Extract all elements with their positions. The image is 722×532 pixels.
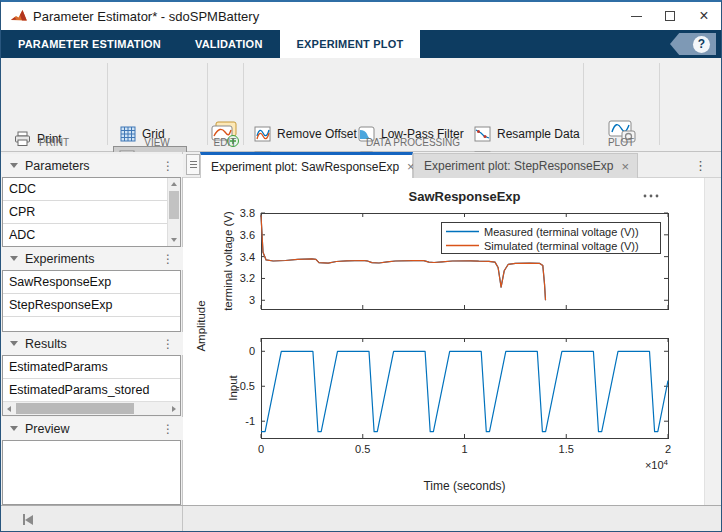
subplot-ylabel: Input <box>227 374 239 400</box>
plot-options-icon[interactable] <box>644 195 659 198</box>
section-label-data-processing: DATA PROCESSING <box>243 137 583 148</box>
tab-parameter-estimation[interactable]: PARAMETER ESTIMATION <box>1 30 178 58</box>
results-list: EstimatedParams EstimatedParams_stored <box>2 355 181 416</box>
section-label-edit: EDIT <box>207 137 243 148</box>
doc-tab-stepresponseexp[interactable]: Experiment plot: StepResponseExp × <box>413 153 638 178</box>
plot-legend[interactable]: Measured (terminal voltage (V))Simulated… <box>442 223 661 254</box>
y-tick-label: 3.2 <box>240 272 255 284</box>
scroll-right-icon[interactable] <box>168 402 180 415</box>
section-label-plot: PLOT <box>583 137 659 148</box>
section-divider <box>659 63 660 145</box>
list-item[interactable]: ADC <box>3 224 168 247</box>
collapse-triangle-icon <box>10 163 18 168</box>
experiment-plot-canvas: SawResponseExpAmplitude33.23.43.63.8term… <box>183 178 704 505</box>
close-button[interactable]: × <box>687 2 721 30</box>
y-tick-label: 3.6 <box>240 229 255 241</box>
parameters-scrollbar[interactable] <box>167 178 180 246</box>
preview-box <box>2 440 181 505</box>
section-divider <box>243 63 244 145</box>
maximize-icon <box>665 11 675 21</box>
subplot-ylabel: terminal voltage (V) <box>222 211 234 311</box>
collapse-triangle-icon <box>10 341 18 346</box>
scroll-down-icon[interactable] <box>168 234 180 246</box>
plot-title: SawResponseExp <box>409 189 521 204</box>
close-tab-icon[interactable]: × <box>621 159 629 174</box>
doc-tab-label: Experiment plot: StepResponseExp <box>424 159 613 173</box>
document-tab-bar: Experiment plot: SawResponseExp × Experi… <box>183 152 721 178</box>
parameters-panel-title: Parameters <box>25 159 90 173</box>
experiments-panel-header[interactable]: Experiments ⋮ <box>1 247 183 270</box>
list-item[interactable]: StepResponseExp <box>3 294 180 317</box>
figure-ylabel: Amplitude <box>195 300 207 351</box>
preview-panel-header[interactable]: Preview ⋮ <box>1 417 183 440</box>
list-item[interactable]: EstimatedParams <box>3 356 180 379</box>
y-tick-label: 3.4 <box>240 251 255 263</box>
collapse-triangle-icon <box>10 426 18 431</box>
experiments-panel-title: Experiments <box>25 252 94 266</box>
legend-entry: Simulated (terminal voltage (V)) <box>484 240 639 252</box>
series-input <box>261 351 668 431</box>
collapse-triangle-icon <box>10 256 18 261</box>
list-item[interactable]: CPR <box>3 201 168 224</box>
experiments-list: SawResponseExp StepResponseExp <box>2 270 181 332</box>
scrollbar-thumb[interactable] <box>16 403 134 414</box>
results-menu-icon[interactable]: ⋮ <box>162 338 174 350</box>
x-tick-label: 0.5 <box>355 443 370 455</box>
parameters-list: CDC CPR ADC <box>2 177 181 247</box>
x-tick-label: 0 <box>258 443 264 455</box>
results-horizontal-scrollbar[interactable] <box>3 401 180 415</box>
x-tick-label: 1.5 <box>559 443 574 455</box>
tab-validation[interactable]: VALIDATION <box>178 30 280 58</box>
ribbon-tab-strip: PARAMETER ESTIMATION VALIDATION EXPERIME… <box>1 30 721 58</box>
collapse-ribbon-button[interactable] <box>699 136 711 145</box>
help-icon: ? <box>693 36 710 53</box>
y-tick-label: -1 <box>245 415 255 427</box>
y-tick-label: 3.8 <box>240 207 255 219</box>
close-icon: × <box>699 8 708 24</box>
legend-entry: Measured (terminal voltage (V)) <box>484 226 639 238</box>
section-label-view: VIEW <box>107 137 207 148</box>
ribbon: Print Print To Figure PRINT Grid Legend <box>1 58 721 152</box>
maximize-button[interactable] <box>653 2 687 30</box>
parameters-panel-header[interactable]: Parameters ⋮ <box>1 154 183 177</box>
scroll-up-icon[interactable] <box>168 178 180 190</box>
list-item[interactable]: EstimatedParams_stored <box>3 379 180 402</box>
sidebar: Parameters ⋮ CDC CPR ADC Experiments ⋮ S… <box>1 152 183 505</box>
tab-bar-menu-icon[interactable]: ⋮ <box>694 158 707 173</box>
preview-menu-icon[interactable]: ⋮ <box>162 423 174 435</box>
matlab-logo-icon <box>10 8 28 28</box>
x-tick-label: 1 <box>461 443 467 455</box>
preview-panel-title: Preview <box>25 422 69 436</box>
dock-handle-icon[interactable] <box>186 154 200 175</box>
status-bar-left <box>1 506 183 532</box>
experiment-plot-figure: SawResponseExpAmplitude33.23.43.63.8term… <box>183 178 704 505</box>
doc-tab-label: Experiment plot: SawResponseExp <box>211 160 399 174</box>
x-axis-multiplier: ×104 <box>645 458 669 471</box>
parameter-estimator-window: Parameter Estimator* - sdoSPMBattery × P… <box>0 0 722 532</box>
y-tick-label: 3 <box>249 294 255 306</box>
tab-experiment-plot[interactable]: EXPERIMENT PLOT <box>280 30 421 58</box>
scroll-left-icon[interactable] <box>3 402 15 415</box>
doc-tab-sawresponseexp[interactable]: Experiment plot: SawResponseExp × <box>200 152 413 178</box>
status-bar <box>1 505 721 532</box>
skip-to-start-icon[interactable] <box>23 514 33 525</box>
y-tick-label: 0 <box>249 345 255 357</box>
results-panel-title: Results <box>25 337 67 351</box>
x-tick-label: 2 <box>665 443 671 455</box>
minimize-button[interactable] <box>619 2 653 30</box>
experiments-menu-icon[interactable]: ⋮ <box>162 253 174 265</box>
list-item[interactable]: SawResponseExp <box>3 271 180 294</box>
list-item[interactable]: CDC <box>3 178 168 201</box>
scrollbar-thumb[interactable] <box>169 191 179 219</box>
right-gutter <box>704 178 722 505</box>
section-divider <box>107 63 108 145</box>
results-panel-header[interactable]: Results ⋮ <box>1 332 183 355</box>
section-divider <box>583 63 584 145</box>
parameters-menu-icon[interactable]: ⋮ <box>162 160 174 172</box>
section-label-print: PRINT <box>1 137 107 148</box>
title-bar: Parameter Estimator* - sdoSPMBattery × <box>1 2 721 30</box>
minimize-icon <box>631 16 642 17</box>
window-title: Parameter Estimator* - sdoSPMBattery <box>33 9 259 24</box>
help-button[interactable]: ? <box>670 33 716 55</box>
x-axis-label: Time (seconds) <box>423 479 505 493</box>
